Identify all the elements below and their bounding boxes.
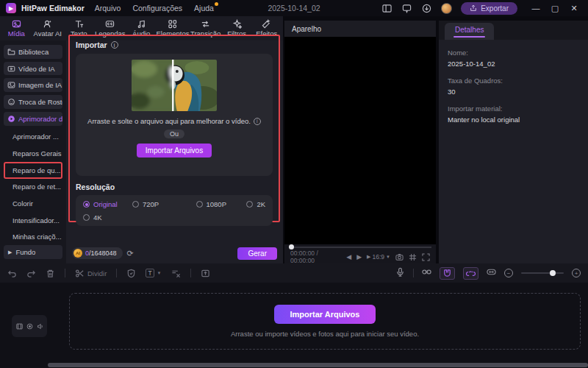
radio-icon [83, 214, 90, 221]
play-icon[interactable]: ▶ [356, 253, 362, 261]
download-icon[interactable] [421, 3, 432, 14]
minimize-icon[interactable]: — [526, 0, 545, 16]
field-label-nome: Nome: [448, 49, 579, 57]
import-files-button[interactable]: Importar Arquivos [137, 144, 212, 158]
tab-label: Avatar AI [34, 29, 62, 38]
grid-icon[interactable] [409, 253, 417, 261]
radio-original[interactable]: Original [83, 200, 132, 208]
zoom-out-icon[interactable]: − [504, 269, 513, 277]
magnet-icon[interactable] [440, 267, 455, 280]
media-icon [12, 19, 21, 29]
radio-4k[interactable]: 4K [83, 213, 102, 222]
export-clip-icon[interactable] [201, 269, 210, 278]
captions-icon [105, 19, 115, 29]
info-icon[interactable]: i [254, 118, 261, 125]
timeline-zoom-slider[interactable] [521, 272, 564, 274]
layout-icon[interactable] [381, 3, 392, 14]
film-track-icon[interactable] [16, 323, 23, 330]
remove-subtitle-icon[interactable] [171, 269, 181, 278]
preview-scrubber[interactable] [284, 244, 436, 250]
menu-file[interactable]: Arquivo [95, 4, 121, 13]
trash-icon[interactable] [46, 269, 55, 278]
menu-settings[interactable]: Configurações [132, 4, 182, 13]
text-tool-label: T [148, 269, 151, 277]
unlink-icon[interactable] [463, 267, 478, 280]
or-label: Ou [164, 130, 184, 138]
highlight-red-frame: Importar i [68, 35, 280, 222]
horizontal-scrollbar[interactable] [48, 363, 588, 367]
tab-midia[interactable]: Mídia [1, 19, 32, 38]
link-icon[interactable] [422, 267, 431, 279]
audio-track-icon[interactable] [37, 323, 43, 330]
ai-coin-icon: AI [74, 249, 82, 258]
import-title-label: Importar [76, 40, 107, 49]
resolution-options: Original 720P 1080P 2K 4K [76, 195, 273, 226]
field-label-importar-material: Importar material: [448, 105, 579, 113]
radio-2k[interactable]: 2K [246, 200, 265, 208]
radio-1080p[interactable]: 1080P [196, 200, 247, 208]
export-button-label: Exportar [481, 4, 509, 13]
record-track-icon[interactable] [26, 323, 33, 330]
maximize-icon[interactable]: ▢ [545, 0, 564, 16]
file-dropzone[interactable]: Arraste e solte o arquivo aqui para melh… [76, 54, 273, 176]
aspect-ratio-selector[interactable]: ▶16:9▼ [367, 253, 390, 261]
radio-icon [196, 201, 203, 208]
generate-button[interactable]: Gerar [237, 247, 277, 260]
sidebar: Biblioteca Vídeo de IA Imagem de IA Troc… [0, 40, 66, 263]
sidebar-item-label: Vídeo de IA [18, 65, 55, 73]
redo-icon[interactable] [26, 269, 36, 278]
sidebar-item-label: Troca de Rostos [18, 98, 62, 106]
refresh-icon[interactable]: ⟳ [127, 249, 134, 258]
tab-detalhes[interactable]: Detalhes [445, 23, 494, 40]
split-tool[interactable]: Dividir [75, 269, 107, 278]
sidebar-item-biblioteca[interactable]: Biblioteca [4, 45, 62, 59]
text-tool-icon[interactable]: T▼ [146, 269, 161, 277]
sidebar-item-fundo[interactable]: ▶ Fundo [4, 245, 62, 259]
video-preview-area[interactable] [284, 37, 436, 244]
microphone-icon[interactable] [395, 267, 405, 279]
zoom-slider-handle[interactable] [550, 270, 556, 276]
info-icon[interactable]: i [111, 41, 118, 49]
notification-dot [215, 2, 218, 6]
sidebar-item-reparo-de-quadros[interactable]: Reparo de qu... [4, 162, 62, 179]
field-value-nome: 2025-10-14_02 [448, 60, 579, 68]
text-icon [74, 19, 84, 29]
time-separator: / [316, 250, 318, 257]
timeline-dropzone[interactable]: Importar Arquivos Arraste ou importe víd… [69, 293, 581, 350]
menu-help[interactable]: Ajuda [194, 4, 214, 13]
library-icon [7, 48, 15, 56]
radio-label: 720P [143, 200, 159, 208]
tab-avatar-ai[interactable]: Avatar AI [32, 19, 64, 38]
close-icon[interactable]: ✕ [564, 0, 584, 16]
undo-icon[interactable] [7, 269, 17, 278]
timeline-import-button[interactable]: Importar Arquivos [274, 305, 376, 324]
sidebar-item-label: Aprimorador d... [18, 115, 62, 123]
prev-frame-icon[interactable]: ◀ [346, 253, 351, 261]
fullscreen-icon[interactable] [422, 253, 430, 261]
sidebar-item-video-de-ia[interactable]: Vídeo de IA [4, 62, 62, 76]
sidebar-item-troca-de-rostos[interactable]: Troca de Rostos [4, 95, 62, 109]
scissors-icon [75, 269, 85, 278]
field-label-taxa: Taxa de Quadros: [448, 77, 579, 85]
scrubber-handle[interactable] [289, 244, 294, 250]
snapshot-icon[interactable] [395, 253, 404, 261]
elements-icon [168, 19, 177, 29]
radio-label: 4K [93, 213, 102, 222]
sidebar-item-intensificador[interactable]: Intensificador... [4, 212, 62, 229]
shield-icon[interactable] [126, 269, 136, 278]
sidebar-item-reparos-gerais[interactable]: Reparos Gerais [4, 145, 62, 162]
details-panel: Detalhes Nome: 2025-10-14_02 Taxa de Qua… [439, 21, 588, 263]
user-avatar[interactable] [441, 3, 452, 14]
sidebar-item-aprimorador[interactable]: Aprimorador ... [4, 129, 62, 146]
sidebar-item-imagem-de-ia[interactable]: Imagem de IA [4, 78, 62, 92]
radio-720p[interactable]: 720P [132, 200, 196, 208]
sidebar-item-colorir[interactable]: Colorir [4, 195, 62, 212]
feedback-icon[interactable] [401, 3, 412, 14]
export-button[interactable]: Exportar [461, 2, 517, 15]
zoom-in-icon[interactable]: + [572, 269, 581, 277]
sidebar-item-aprimorador-de-video[interactable]: Aprimorador d... [4, 112, 62, 126]
fit-timeline-icon[interactable] [487, 267, 496, 279]
current-time: 00:00:00 [290, 250, 315, 257]
sidebar-item-reparo-de-retrato[interactable]: Reparo de ret... [4, 179, 62, 196]
sidebar-item-minhas-criacoes[interactable]: Minhas criaçõ... [4, 229, 62, 246]
